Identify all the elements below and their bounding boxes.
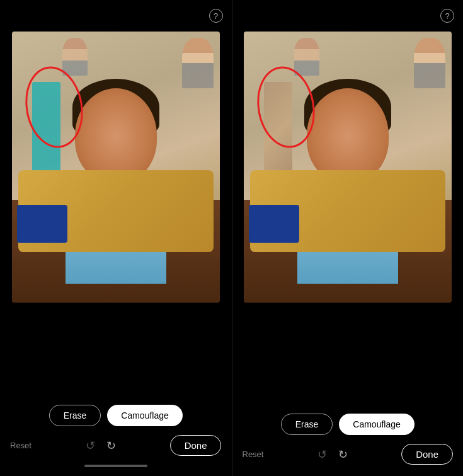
redo-icon-right[interactable]: ↻: [338, 448, 348, 461]
help-icon-right[interactable]: ?: [440, 9, 454, 23]
camouflage-button-left[interactable]: Camouflage: [107, 405, 183, 426]
left-controls: Erase Camouflage Reset ↺ ↻ Done: [0, 303, 232, 476]
right-image-container: [244, 32, 452, 303]
reset-label-right[interactable]: Reset: [243, 450, 264, 459]
undo-icon-right[interactable]: ↺: [317, 448, 327, 461]
bg-figure-right-right: [414, 38, 445, 88]
bg-figure-left-right: [294, 38, 319, 76]
left-image-container: [12, 32, 220, 303]
camouflage-button-right[interactable]: Camouflage: [339, 414, 414, 435]
left-panel: ? Erase Camouflage Reset ↺ ↻ Done: [0, 0, 232, 476]
right-bottom-bar: Reset ↺ ↻ Done: [232, 444, 464, 465]
done-button-right[interactable]: Done: [401, 444, 453, 465]
undo-icon-left[interactable]: ↺: [86, 439, 95, 453]
right-action-buttons: Erase Camouflage: [281, 414, 414, 435]
left-nav-icons: ↺ ↻: [86, 439, 116, 453]
right-controls: Erase Camouflage Reset ↺ ↻ Done: [232, 303, 464, 476]
erase-button-left[interactable]: Erase: [49, 405, 101, 426]
left-bottom-bar: Reset ↺ ↻ Done: [0, 435, 232, 456]
bottom-indicator-left: [84, 465, 147, 467]
tray-blue-left: [17, 205, 67, 243]
bg-figure-left-left: [62, 38, 88, 76]
reset-label-left[interactable]: Reset: [10, 441, 31, 450]
right-panel: ? Erase Camouflage Reset ↺ ↻ Done: [232, 0, 464, 476]
erase-button-right[interactable]: Erase: [281, 414, 333, 435]
redo-icon-left[interactable]: ↻: [106, 439, 116, 453]
left-action-buttons: Erase Camouflage: [49, 405, 183, 426]
baby-face-right: [307, 88, 389, 183]
tray-blue-right: [249, 205, 299, 243]
done-button-left[interactable]: Done: [170, 435, 222, 456]
bg-figure-right-left: [182, 38, 214, 88]
baby-face-left: [75, 88, 157, 183]
right-nav-icons: ↺ ↻: [317, 448, 348, 461]
help-icon-left[interactable]: ?: [209, 9, 223, 23]
